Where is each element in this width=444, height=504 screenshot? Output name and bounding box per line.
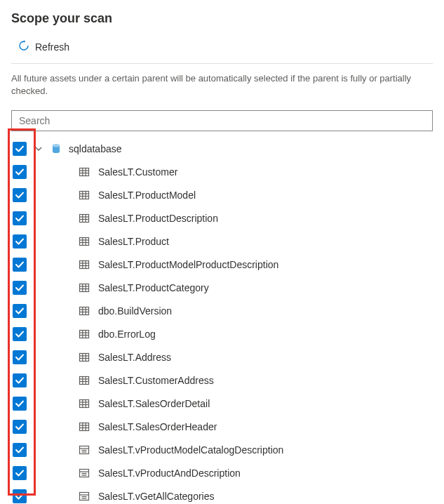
tree-item-label: SalesLT.Customer (98, 166, 177, 178)
database-icon (51, 142, 63, 155)
tree-item[interactable]: SalesLT.ProductCategory (11, 276, 433, 299)
tree-item-label: SalesLT.ProductModel (98, 190, 196, 201)
table-icon (79, 166, 91, 178)
asset-tree: sqldatabase SalesLT.CustomerSalesLT.Prod… (11, 137, 433, 504)
svg-rect-22 (80, 260, 89, 268)
tree-item[interactable]: dbo.ErrorLog (11, 322, 433, 345)
search-input[interactable] (11, 110, 433, 131)
table-icon (79, 305, 91, 317)
checkbox-checked[interactable] (13, 211, 27, 225)
svg-rect-32 (80, 307, 89, 314)
tree-item[interactable]: SalesLT.Customer (11, 160, 433, 183)
table-icon (79, 328, 91, 340)
checkbox-checked[interactable] (13, 327, 27, 341)
svg-rect-47 (80, 376, 89, 384)
checkbox-checked[interactable] (13, 443, 27, 457)
table-icon (79, 281, 91, 294)
checkbox-checked[interactable] (13, 165, 27, 179)
chevron-down-icon[interactable] (32, 145, 45, 153)
tree-item[interactable]: SalesLT.ProductModel (11, 183, 433, 206)
checkbox-checked[interactable] (13, 373, 27, 387)
page-title: Scope your scan (11, 11, 433, 26)
refresh-label: Refresh (35, 41, 69, 53)
checkbox-checked[interactable] (13, 350, 27, 364)
tree-item-label: SalesLT.Address (98, 352, 171, 363)
checkbox-checked[interactable] (13, 397, 27, 411)
svg-rect-2 (80, 168, 89, 175)
tree-item[interactable]: SalesLT.ProductDescription (11, 206, 433, 230)
table-icon (79, 351, 91, 364)
tree-item[interactable]: SalesLT.vProductModelCatalogDescription (11, 438, 433, 461)
refresh-button[interactable]: Refresh (17, 37, 71, 56)
view-icon (79, 444, 91, 456)
tree-item-label: dbo.ErrorLog (98, 329, 156, 340)
view-icon (79, 467, 91, 479)
svg-rect-7 (80, 191, 89, 199)
tree-item-label: SalesLT.vProductAndDescription (98, 467, 241, 479)
tree-root-label: sqldatabase (69, 143, 122, 154)
svg-rect-52 (80, 399, 89, 407)
tree-item[interactable]: SalesLT.vGetAllCategories (11, 484, 433, 504)
checkbox-checked[interactable] (13, 466, 27, 480)
description-text: All future assets under a certain parent… (11, 72, 433, 98)
checkbox-checked[interactable] (13, 234, 27, 248)
checkbox-checked[interactable] (13, 304, 27, 318)
tree-item[interactable]: SalesLT.SalesOrderDetail (11, 392, 433, 415)
svg-rect-37 (80, 330, 89, 338)
table-icon (79, 374, 91, 387)
table-icon (79, 189, 91, 201)
svg-rect-42 (80, 353, 89, 361)
tree-item[interactable]: SalesLT.SalesOrderHeader (11, 415, 433, 438)
tree-item-label: SalesLT.ProductModelProductDescription (98, 259, 278, 270)
tree-item[interactable]: SalesLT.CustomerAddress (11, 369, 433, 392)
tree-item[interactable]: SalesLT.ProductModelProductDescription (11, 253, 433, 276)
tree-item[interactable]: SalesLT.vProductAndDescription (11, 461, 433, 484)
tree-item-label: SalesLT.SalesOrderHeader (98, 421, 217, 432)
tree-item-label: SalesLT.ProductDescription (98, 213, 218, 224)
svg-point-1 (53, 144, 60, 147)
tree-item[interactable]: SalesLT.Address (11, 345, 433, 369)
table-icon (79, 420, 91, 433)
table-icon (79, 258, 91, 271)
checkbox-checked[interactable] (13, 142, 27, 156)
checkbox-checked[interactable] (13, 420, 27, 434)
view-icon (79, 490, 91, 503)
tree-item-label: SalesLT.Product (98, 236, 169, 247)
table-icon (79, 235, 91, 248)
tree-item-label: SalesLT.vProductModelCatalogDescription (98, 444, 283, 456)
table-icon (79, 212, 91, 225)
toolbar: Refresh (11, 32, 433, 64)
tree-item-label: SalesLT.vGetAllCategories (98, 491, 214, 502)
tree-root-row[interactable]: sqldatabase (11, 137, 433, 160)
checkbox-checked[interactable] (13, 489, 27, 503)
svg-rect-12 (80, 214, 89, 222)
checkbox-checked[interactable] (13, 281, 27, 295)
tree-item[interactable]: SalesLT.Product (11, 230, 433, 253)
checkbox-checked[interactable] (13, 258, 27, 272)
refresh-icon (18, 40, 29, 53)
svg-rect-57 (80, 423, 89, 430)
svg-rect-17 (80, 237, 89, 245)
checkbox-checked[interactable] (13, 188, 27, 202)
tree-item-label: SalesLT.SalesOrderDetail (98, 398, 210, 409)
tree-item-label: SalesLT.CustomerAddress (98, 375, 214, 386)
tree-item-label: SalesLT.ProductCategory (98, 282, 209, 293)
tree-item-label: dbo.BuildVersion (98, 305, 172, 317)
tree-item[interactable]: dbo.BuildVersion (11, 299, 433, 322)
svg-rect-27 (80, 284, 89, 291)
table-icon (79, 397, 91, 410)
